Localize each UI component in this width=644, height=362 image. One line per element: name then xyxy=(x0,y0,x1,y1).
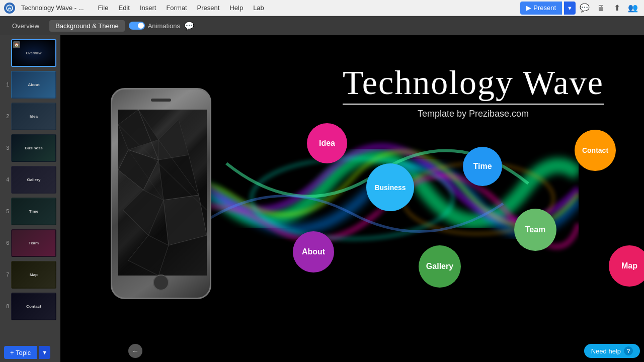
menu-help[interactable]: Help xyxy=(225,0,247,16)
bubble-about[interactable]: About xyxy=(293,231,334,273)
menu-edit[interactable]: Edit xyxy=(114,0,133,16)
monitor-icon[interactable]: 🖥 xyxy=(594,1,608,15)
add-topic-arrow-button[interactable]: ▼ xyxy=(39,346,50,359)
svg-marker-9 xyxy=(128,235,169,276)
main-content: 🏠 Overview 1 About 2 Idea xyxy=(0,35,644,362)
slide-thumb-3: Business xyxy=(11,134,56,162)
slide-main-title: Technology Wave xyxy=(343,65,604,100)
slide-thumb-4: Gallery xyxy=(11,166,56,194)
menu-file[interactable]: File xyxy=(94,0,113,16)
bubble-gallery[interactable]: Gallery xyxy=(419,245,461,288)
phone-screen xyxy=(118,110,207,276)
svg-marker-7 xyxy=(123,190,164,235)
menu-insert[interactable]: Insert xyxy=(136,0,160,16)
slide-item-3[interactable]: 3 Business xyxy=(4,133,56,163)
menu-format[interactable]: Format xyxy=(162,0,191,16)
menu-lab[interactable]: Lab xyxy=(249,0,268,16)
svg-marker-8 xyxy=(164,195,207,245)
slide-thumb-6: Team xyxy=(11,229,56,257)
sidebar-bottom: + Topic ▼ xyxy=(4,342,56,359)
slide-item-1[interactable]: 1 About xyxy=(4,70,56,100)
slide-thumb-1: About xyxy=(11,71,56,99)
back-button[interactable]: ← xyxy=(128,344,142,358)
bubble-team[interactable]: Team xyxy=(514,209,556,251)
slide-item-7[interactable]: 7 Map xyxy=(4,260,56,290)
tab-overview[interactable]: Overview xyxy=(6,20,45,32)
toggle-switch[interactable] xyxy=(129,22,145,30)
comment-icon[interactable]: 💬 xyxy=(184,21,194,31)
users-icon[interactable]: 👥 xyxy=(626,1,640,15)
slide-item-overview[interactable]: 🏠 Overview xyxy=(4,38,56,68)
phone-home-button xyxy=(153,275,169,291)
bubble-map[interactable]: Map xyxy=(609,245,644,287)
phone-speaker xyxy=(151,99,171,102)
title-divider xyxy=(343,104,604,105)
slide-panel: 🏠 Overview 1 About 2 Idea xyxy=(0,35,60,362)
add-topic-button[interactable]: + Topic xyxy=(4,346,37,359)
slide-title-area: Technology Wave Template by Prezibase.co… xyxy=(343,65,604,119)
toolbar: Overview Background & Theme Animations 💬 xyxy=(0,16,644,35)
svg-marker-4 xyxy=(158,120,189,160)
window-title: Technology Wave - ... xyxy=(21,4,84,12)
bubble-business[interactable]: Business xyxy=(366,163,414,211)
menu-present[interactable]: Present xyxy=(193,0,224,16)
present-button[interactable]: ▶ Present xyxy=(520,2,562,15)
phone-volume-up xyxy=(111,130,112,145)
bubble-idea[interactable]: Idea xyxy=(307,123,347,163)
slide-thumb-8: Contact xyxy=(11,293,56,320)
phone-volume-down xyxy=(111,150,112,165)
slide-item-4[interactable]: 4 Gallery xyxy=(4,165,56,195)
slide-item-8[interactable]: 8 Contact xyxy=(4,292,56,321)
play-icon: ▶ xyxy=(526,4,531,12)
phone-body xyxy=(111,88,211,299)
present-arrow-button[interactable]: ▼ xyxy=(564,2,576,15)
slide-thumb-2: Idea xyxy=(11,103,56,130)
slide-canvas: Technology Wave Template by Prezibase.co… xyxy=(60,35,644,362)
need-help-button[interactable]: Need help ? xyxy=(584,344,640,358)
home-icon: 🏠 xyxy=(13,41,20,48)
slide-thumb-7: Map xyxy=(11,261,56,289)
app-logo xyxy=(4,3,15,14)
svg-marker-6 xyxy=(158,155,199,200)
slide-item-5[interactable]: 5 Time xyxy=(4,197,56,226)
slide-thumb-5: Time xyxy=(11,198,56,225)
share-icon[interactable]: ⬆ xyxy=(610,1,624,15)
bubble-time[interactable]: Time xyxy=(463,147,502,186)
slide-item-2[interactable]: 2 Idea xyxy=(4,102,56,131)
svg-marker-5 xyxy=(118,150,158,190)
slide-thumb-overview: 🏠 Overview xyxy=(11,39,56,67)
help-circle-icon: ? xyxy=(624,346,633,355)
animations-toggle[interactable]: Animations xyxy=(129,22,180,30)
shatter-svg xyxy=(118,110,207,276)
toggle-knob xyxy=(138,23,144,29)
chat-icon[interactable]: 💬 xyxy=(578,1,592,15)
bubble-contact[interactable]: Contact xyxy=(575,130,616,171)
menu-bar: Technology Wave - ... File Edit Insert F… xyxy=(0,0,644,16)
tab-background-theme[interactable]: Background & Theme xyxy=(49,20,125,32)
slide-item-6[interactable]: 6 Team xyxy=(4,228,56,258)
slide-subtitle: Template by Prezibase.com xyxy=(343,109,604,119)
canvas-area: Technology Wave Template by Prezibase.co… xyxy=(60,35,644,362)
phone-device xyxy=(111,88,221,309)
